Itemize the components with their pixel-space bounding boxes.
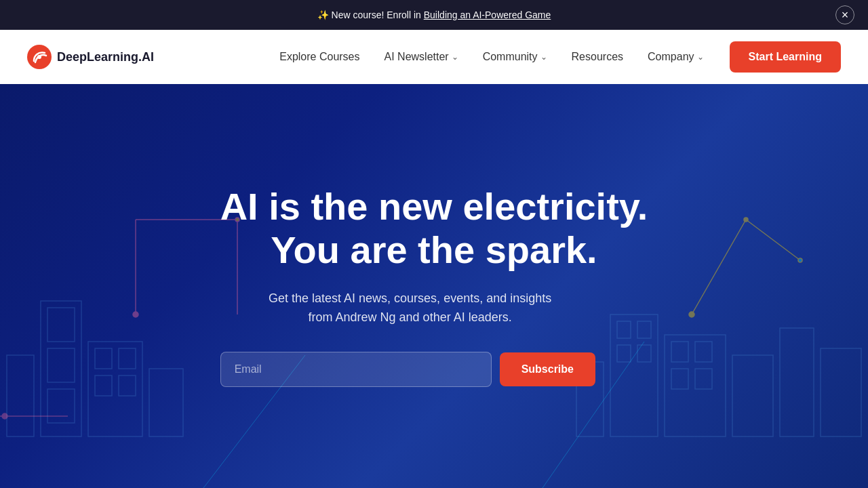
nav-item-resources[interactable]: Resources xyxy=(562,45,633,68)
svg-point-35 xyxy=(744,218,748,222)
announcement-text: ✨ New course! Enroll in Building an AI-P… xyxy=(317,9,551,20)
svg-rect-8 xyxy=(119,348,136,369)
start-learning-button[interactable]: Start Learning xyxy=(730,41,841,73)
svg-line-33 xyxy=(746,220,800,260)
svg-rect-28 xyxy=(732,355,773,436)
svg-rect-6 xyxy=(88,342,142,436)
chevron-down-icon: ⌄ xyxy=(697,52,704,62)
nav-item-company[interactable]: Company ⌄ xyxy=(638,45,713,68)
nav-item-ai-newsletter[interactable]: AI Newsletter ⌄ xyxy=(375,45,468,68)
svg-rect-3 xyxy=(47,308,75,342)
announcement-bar: ✨ New course! Enroll in Building an AI-P… xyxy=(0,0,868,30)
svg-rect-12 xyxy=(7,355,34,436)
close-icon: × xyxy=(842,9,849,21)
chevron-down-icon: ⌄ xyxy=(540,52,547,62)
svg-rect-24 xyxy=(671,342,688,362)
hero-section: AI is the new electricity. You are the s… xyxy=(0,84,868,488)
svg-rect-11 xyxy=(149,369,183,436)
nav-link-company[interactable]: Company ⌄ xyxy=(638,45,713,68)
hero-title: AI is the new electricity. You are the s… xyxy=(220,185,648,272)
logo-icon xyxy=(27,45,52,69)
svg-rect-30 xyxy=(821,348,861,436)
nav-item-explore-courses[interactable]: Explore Courses xyxy=(270,45,369,68)
svg-rect-5 xyxy=(47,389,75,423)
hero-content: AI is the new electricity. You are the s… xyxy=(220,185,648,387)
subscribe-button[interactable]: Subscribe xyxy=(500,352,595,386)
navbar: DeepLearning.AI Explore Courses AI Newsl… xyxy=(0,30,868,84)
svg-rect-10 xyxy=(119,375,136,396)
nav-link-resources[interactable]: Resources xyxy=(562,45,633,68)
svg-rect-27 xyxy=(695,369,712,389)
logo-text: DeepLearning.AI xyxy=(57,50,154,64)
svg-rect-29 xyxy=(780,328,814,436)
nav-item-community[interactable]: Community ⌄ xyxy=(473,45,557,68)
svg-point-34 xyxy=(689,312,694,317)
svg-point-1 xyxy=(37,55,41,59)
svg-point-36 xyxy=(798,258,802,262)
hero-subtitle: Get the latest AI news, courses, events,… xyxy=(220,289,600,328)
svg-rect-25 xyxy=(695,342,712,362)
svg-point-38 xyxy=(2,413,7,419)
nav-link-community[interactable]: Community ⌄ xyxy=(473,45,557,68)
svg-rect-4 xyxy=(47,348,75,382)
nav-link-explore-courses[interactable]: Explore Courses xyxy=(270,45,369,68)
svg-rect-23 xyxy=(665,335,726,436)
email-input[interactable] xyxy=(220,352,492,387)
close-announcement-button[interactable]: × xyxy=(835,5,854,24)
announcement-link[interactable]: Building an AI-Powered Game xyxy=(424,9,551,20)
svg-point-16 xyxy=(133,312,138,317)
svg-rect-9 xyxy=(95,375,112,396)
logo[interactable]: DeepLearning.AI xyxy=(27,45,154,69)
svg-rect-2 xyxy=(41,301,81,436)
svg-rect-26 xyxy=(671,369,688,389)
nav-link-ai-newsletter[interactable]: AI Newsletter ⌄ xyxy=(375,45,468,68)
svg-rect-7 xyxy=(95,348,112,369)
nav-links: Explore Courses AI Newsletter ⌄ Communit… xyxy=(270,45,713,68)
subscribe-form: Subscribe xyxy=(220,352,648,387)
svg-line-32 xyxy=(692,220,746,314)
chevron-down-icon: ⌄ xyxy=(452,52,458,62)
